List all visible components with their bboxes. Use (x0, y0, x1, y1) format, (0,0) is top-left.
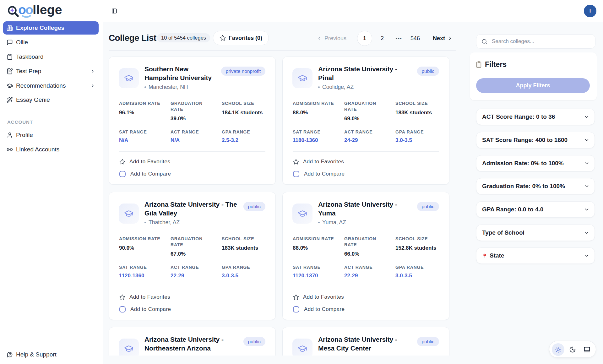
svg-text:llege: llege (33, 3, 62, 17)
svg-text:o: o (25, 3, 33, 17)
svg-text:o: o (18, 3, 26, 17)
